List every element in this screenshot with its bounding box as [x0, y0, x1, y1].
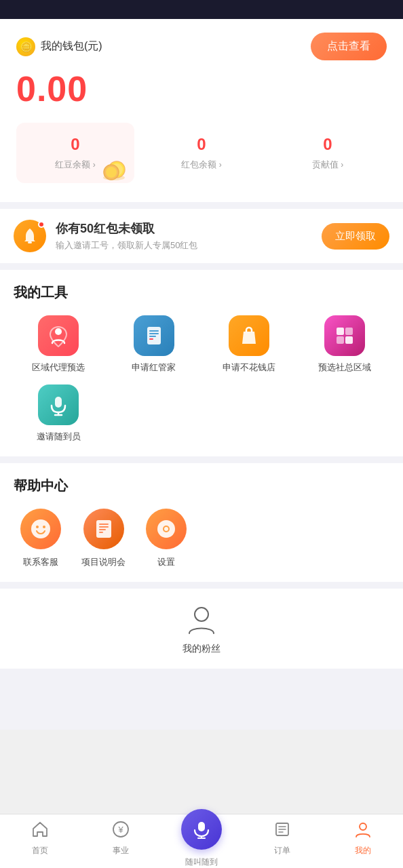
redpacket-left: 你有50红包未领取 输入邀请工号，领取新人专属50红包: [14, 220, 197, 252]
nav-orders[interactable]: 订单: [255, 821, 309, 856]
tool-community-area[interactable]: 预选社总区域: [300, 315, 390, 374]
fans-icon: [184, 602, 219, 637]
home-icon: [31, 821, 49, 842]
grid-icon: [333, 324, 356, 347]
svg-point-40: [360, 823, 366, 830]
help-grid: 联系客服 项目说明会: [14, 509, 389, 568]
tool-invite-staff[interactable]: 邀请随到员: [14, 384, 104, 443]
nav-center[interactable]: 随叫随到: [174, 809, 229, 868]
stat-redbean[interactable]: 0 红豆余额 ›: [16, 123, 134, 183]
svg-rect-13: [345, 328, 353, 335]
tool-label-red-manager: 申请红管家: [132, 361, 176, 374]
yuan-svg: ¥: [112, 821, 130, 838]
fans-section: 我的粉丝: [0, 589, 403, 669]
nav-my-label: 我的: [355, 845, 371, 856]
svg-point-30: [195, 608, 208, 621]
tool-label-area-agent: 区域代理预选: [32, 361, 85, 374]
redpacket-label: 红包余额 ›: [181, 159, 222, 170]
center-mic-button[interactable]: [181, 809, 222, 850]
smiley-icon: [30, 518, 52, 540]
svg-rect-24: [99, 526, 109, 528]
redpacket-subtitle: 输入邀请工号，领取新人专属50红包: [56, 239, 197, 252]
business-icon: ¥: [112, 821, 130, 842]
person-nav-svg: [354, 821, 372, 838]
help-customer-service[interactable]: 联系客服: [20, 509, 61, 568]
tools-grid: 区域代理预选 申请红管家: [14, 315, 389, 374]
contribution-value: 0: [269, 135, 387, 154]
svg-rect-16: [55, 397, 62, 408]
tool-label-invite-staff: 邀请随到员: [37, 431, 81, 443]
redpacket-text: 你有50红包未领取 输入邀请工号，领取新人专属50红包: [56, 220, 197, 252]
stat-contribution[interactable]: 0 贡献值 ›: [269, 123, 387, 183]
nav-business[interactable]: ¥ 事业: [94, 821, 148, 856]
redbean-value: 0: [16, 135, 134, 154]
svg-rect-5: [28, 241, 32, 243]
claim-button[interactable]: 立即领取: [322, 223, 389, 250]
tool-red-manager[interactable]: 申请红管家: [109, 315, 199, 374]
tool-icon-free-shop: [229, 315, 269, 356]
document-icon: [142, 324, 166, 347]
nav-orders-label: 订单: [274, 845, 290, 856]
svg-rect-9: [149, 333, 159, 334]
coin-icon: 🪙: [16, 37, 35, 56]
nav-home[interactable]: 首页: [13, 821, 67, 856]
wallet-stats: 0 红豆余额 › 0 红包余额 ›: [16, 123, 387, 183]
svg-text:¥: ¥: [118, 825, 124, 835]
view-wallet-button[interactable]: 点击查看: [311, 33, 387, 60]
svg-rect-25: [99, 529, 106, 530]
orders-icon: [273, 821, 291, 842]
tool-icon-red-manager: [134, 315, 174, 356]
help-section: 帮助中心 联系客服: [0, 463, 403, 582]
nav-center-label: 随叫随到: [185, 856, 218, 868]
location-person-icon: [47, 324, 70, 347]
help-label-customer-service: 联系客服: [23, 556, 58, 568]
wallet-title-left: 🪙 我的钱包(元): [16, 37, 102, 56]
fans-label: 我的粉丝: [183, 643, 220, 655]
help-settings[interactable]: 设置: [146, 509, 187, 568]
svg-rect-10: [149, 336, 156, 337]
svg-point-6: [55, 328, 62, 335]
nav-home-label: 首页: [32, 845, 48, 856]
stat-redpacket[interactable]: 0 红包余额 ›: [142, 123, 261, 183]
tool-icon-invite-staff: [38, 384, 79, 425]
tool-icon-area-agent: [38, 315, 79, 356]
redpacket-title: 你有50红包未领取: [56, 220, 197, 237]
wallet-title-row: 🪙 我的钱包(元) 点击查看: [16, 33, 387, 60]
svg-point-29: [164, 527, 168, 531]
tools-section: 我的工具 区域代理预选: [0, 270, 403, 456]
center-mic-svg: [191, 819, 212, 840]
tool-label-community-area: 预选社总区域: [318, 361, 371, 374]
wallet-amount: 0.00: [16, 68, 387, 109]
svg-rect-26: [99, 532, 103, 533]
doc-icon: [93, 518, 115, 540]
svg-point-20: [36, 526, 39, 528]
home-svg: [31, 821, 49, 838]
tool-area-agent[interactable]: 区域代理预选: [14, 315, 104, 374]
svg-point-19: [31, 519, 50, 538]
svg-rect-12: [337, 328, 344, 335]
redpacket-value: 0: [142, 135, 261, 154]
nav-my[interactable]: 我的: [336, 821, 390, 856]
svg-rect-8: [149, 330, 159, 332]
nav-business-label: 事业: [113, 845, 129, 856]
status-bar: [0, 0, 403, 19]
svg-rect-23: [99, 524, 109, 525]
tools-row2: 邀请随到员: [14, 384, 389, 443]
help-project-meeting[interactable]: 项目说明会: [81, 509, 126, 568]
svg-point-21: [43, 526, 45, 528]
bell-icon-wrap: [14, 220, 46, 252]
bell-svg: [20, 226, 39, 245]
help-label-project-meeting: 项目说明会: [81, 556, 126, 568]
settings-icon: [155, 518, 177, 540]
mic-icon: [47, 393, 70, 416]
svg-rect-14: [337, 336, 344, 344]
my-icon: [354, 821, 372, 842]
notification-dot: [38, 221, 45, 228]
help-icon-project-meeting: [83, 509, 124, 549]
bottom-nav: 首页 ¥ 事业 随叫随到: [0, 814, 403, 868]
help-icon-settings: [146, 509, 187, 549]
tool-free-shop[interactable]: 申请不花钱店: [204, 315, 294, 374]
tool-label-free-shop: 申请不花钱店: [223, 361, 275, 374]
svg-rect-15: [345, 336, 353, 344]
scroll-content: 🪙 我的钱包(元) 点击查看 0.00 0 红豆余额 ›: [0, 19, 403, 730]
